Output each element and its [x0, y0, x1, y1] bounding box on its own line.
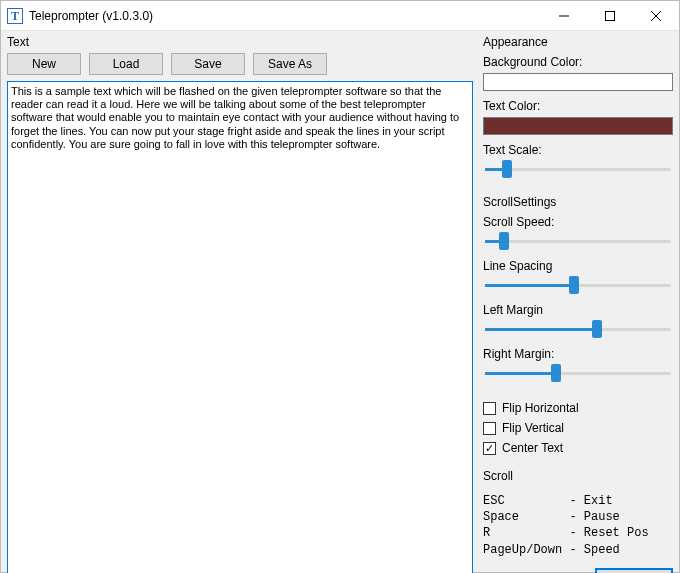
checkbox-icon: ✓ [483, 442, 496, 455]
start-button[interactable]: Start > [595, 568, 673, 573]
keyboard-shortcuts: ESC - Exit Space - Pause R - Reset Pos P… [483, 493, 673, 558]
save-as-button[interactable]: Save As [253, 53, 327, 75]
center-text-label: Center Text [502, 441, 563, 455]
load-button[interactable]: Load [89, 53, 163, 75]
new-button[interactable]: New [7, 53, 81, 75]
scroll-help-label: Scroll [483, 469, 673, 483]
app-window: T Teleprompter (v1.0.3.0) Text New Load … [0, 0, 680, 573]
script-textarea[interactable] [7, 81, 473, 573]
text-scale-label: Text Scale: [483, 143, 673, 157]
flip-horizontal-checkbox[interactable]: Flip Horizontal [483, 401, 673, 415]
appearance-section-label: Appearance [483, 35, 673, 49]
scroll-settings-label: ScrollSettings [483, 195, 673, 209]
scroll-speed-label: Scroll Speed: [483, 215, 673, 229]
app-icon: T [7, 8, 23, 24]
right-margin-slider[interactable] [483, 363, 673, 383]
center-text-checkbox[interactable]: ✓ Center Text [483, 441, 673, 455]
text-color-label: Text Color: [483, 99, 673, 113]
line-spacing-slider[interactable] [483, 275, 673, 295]
flip-vertical-checkbox[interactable]: Flip Vertical [483, 421, 673, 435]
scroll-speed-slider[interactable] [483, 231, 673, 251]
line-spacing-label: Line Spacing [483, 259, 673, 273]
save-button[interactable]: Save [171, 53, 245, 75]
text-color-swatch[interactable] [483, 117, 673, 135]
text-panel: Text New Load Save Save As [7, 35, 473, 573]
checkbox-icon [483, 422, 496, 435]
minimize-icon [559, 11, 569, 21]
close-button[interactable] [633, 1, 679, 31]
right-margin-label: Right Margin: [483, 347, 673, 361]
bg-color-swatch[interactable] [483, 73, 673, 91]
text-toolbar: New Load Save Save As [7, 53, 473, 75]
bg-color-label: Background Color: [483, 55, 673, 69]
client-area: Text New Load Save Save As Appearance Ba… [1, 31, 679, 573]
maximize-icon [605, 11, 615, 21]
minimize-button[interactable] [541, 1, 587, 31]
maximize-button[interactable] [587, 1, 633, 31]
window-title: Teleprompter (v1.0.3.0) [29, 9, 153, 23]
left-margin-slider[interactable] [483, 319, 673, 339]
close-icon [651, 11, 661, 21]
flip-horizontal-label: Flip Horizontal [502, 401, 579, 415]
text-section-label: Text [7, 35, 473, 49]
settings-panel: Appearance Background Color: Text Color:… [483, 35, 673, 573]
left-margin-label: Left Margin [483, 303, 673, 317]
checkbox-icon [483, 402, 496, 415]
svg-rect-0 [606, 11, 615, 20]
text-scale-slider[interactable] [483, 159, 673, 179]
flip-vertical-label: Flip Vertical [502, 421, 564, 435]
titlebar: T Teleprompter (v1.0.3.0) [1, 1, 679, 31]
